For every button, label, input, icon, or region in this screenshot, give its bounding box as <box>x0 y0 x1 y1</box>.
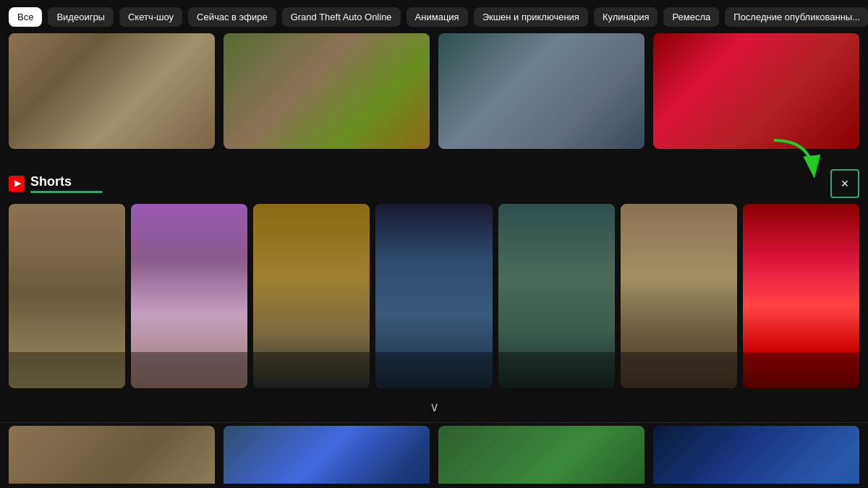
shorts-progress-bar <box>30 191 103 193</box>
filter-chip-latest[interactable]: Последние опубликованны... <box>725 7 868 27</box>
video-thumbnail[interactable] <box>438 426 644 484</box>
shorts-header: Shorts × <box>9 169 859 198</box>
shorts-icon <box>9 176 25 192</box>
filter-chip-sketch[interactable]: Скетч-шоу <box>119 7 182 27</box>
video-thumbnail[interactable] <box>9 426 215 484</box>
video-thumbnail[interactable] <box>9 33 215 149</box>
filter-chip-animation[interactable]: Анимация <box>407 7 468 27</box>
green-arrow-annotation <box>767 133 825 184</box>
video-thumbnail[interactable] <box>224 426 430 484</box>
short-thumbnail[interactable] <box>743 204 859 388</box>
short-thumbnail[interactable] <box>9 204 125 388</box>
short-thumbnail[interactable] <box>498 204 615 388</box>
video-thumbnail[interactable] <box>438 33 644 149</box>
shorts-close-button[interactable]: × <box>830 169 859 198</box>
filter-chip-live[interactable]: Сейчас в эфире <box>188 7 276 27</box>
filter-chip-videogames[interactable]: Видеоигры <box>48 7 114 27</box>
main-content: Shorts × ∨ <box>0 33 868 488</box>
chevron-row: ∨ <box>0 392 868 422</box>
video-thumbnail[interactable] <box>653 426 859 484</box>
filter-chip-crafts[interactable]: Ремесла <box>663 7 719 27</box>
shorts-label: Shorts <box>30 174 72 189</box>
video-thumbnail[interactable] <box>224 33 430 149</box>
filter-chip-cooking[interactable]: Кулинария <box>594 7 658 27</box>
filter-chip-action[interactable]: Экшен и приключения <box>474 7 588 27</box>
video-thumbnail[interactable] <box>653 33 859 149</box>
shorts-section: Shorts × <box>0 169 868 392</box>
short-thumbnail[interactable] <box>131 204 247 388</box>
short-thumbnail[interactable] <box>253 204 370 388</box>
section-separator <box>0 422 868 423</box>
shorts-grid <box>9 204 859 392</box>
bottom-video-grid <box>0 426 868 484</box>
close-icon: × <box>841 176 849 192</box>
expand-chevron-icon[interactable]: ∨ <box>430 399 439 415</box>
shorts-title-area: Shorts <box>9 174 103 193</box>
short-thumbnail[interactable] <box>375 204 492 388</box>
filter-bar: ВсеВидеоигрыСкетч-шоуСейчас в эфиреGrand… <box>0 0 868 33</box>
short-thumbnail[interactable] <box>621 204 737 388</box>
filter-chip-all[interactable]: Все <box>9 7 42 27</box>
filter-chip-gta[interactable]: Grand Theft Auto Online <box>282 7 401 27</box>
top-video-grid <box>0 33 868 156</box>
